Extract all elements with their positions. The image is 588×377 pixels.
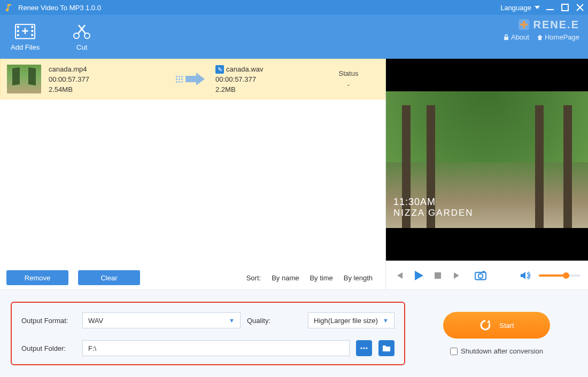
titlebar: Renee Video To MP3 1.0.0 Language [0, 0, 588, 15]
prev-button[interactable] [393, 270, 405, 281]
output-settings: Output Format: WAV ▼ Quality: High(Large… [0, 289, 588, 377]
next-button[interactable] [451, 270, 463, 281]
plus-logo-icon [517, 18, 530, 31]
volume-icon[interactable] [520, 270, 531, 281]
start-column: Start Shutdown after conversion [416, 302, 577, 365]
maximize-button[interactable] [561, 4, 569, 11]
svg-point-9 [74, 33, 79, 38]
snapshot-button[interactable] [475, 270, 486, 281]
file-list-pane: canada.mp4 00:00:57.377 2.54MB ✎canada.w… [0, 59, 386, 289]
svg-point-27 [363, 347, 365, 349]
home-icon [537, 34, 543, 41]
video-preview: 11:30AM NIZZA GARDEN [386, 59, 588, 261]
svg-rect-19 [181, 76, 183, 77]
svg-rect-13 [176, 76, 177, 77]
chevron-down-icon: ▼ [383, 317, 389, 324]
cut-label: Cut [76, 43, 87, 51]
language-label: Language [500, 4, 531, 12]
remove-button[interactable]: Remove [6, 270, 68, 285]
sort-by-time[interactable]: By time [310, 274, 332, 282]
shutdown-checkbox[interactable] [450, 348, 458, 355]
cut-button[interactable]: Cut [72, 23, 92, 51]
chevron-down-icon: ▼ [229, 317, 235, 324]
svg-rect-12 [504, 37, 508, 40]
status-column: Status - [319, 69, 378, 89]
quality-label: Quality: [247, 317, 301, 325]
svg-rect-6 [31, 26, 33, 28]
output-format-value: WAV [88, 317, 103, 325]
svg-rect-25 [482, 271, 485, 272]
window-controls [546, 4, 584, 11]
svg-rect-3 [17, 26, 19, 28]
svg-rect-20 [181, 78, 183, 80]
close-button[interactable] [576, 4, 584, 11]
brand-area: RENE.E About HomePage [503, 18, 579, 41]
add-files-label: Add Files [11, 43, 40, 51]
svg-rect-16 [179, 76, 180, 77]
player-controls [386, 261, 588, 289]
brand-logo: RENE.E [533, 19, 579, 31]
about-link[interactable]: About [503, 33, 529, 41]
start-button[interactable]: Start [443, 312, 550, 339]
svg-point-10 [84, 33, 90, 38]
arrow-icon [174, 71, 208, 87]
svg-rect-21 [181, 81, 183, 83]
source-duration: 00:00:57.377 [49, 74, 166, 84]
svg-point-28 [366, 347, 367, 349]
source-thumbnail [7, 65, 41, 93]
preview-overlay: 11:30AM NIZZA GARDEN [393, 197, 474, 218]
edit-icon[interactable]: ✎ [215, 65, 224, 74]
svg-rect-8 [31, 34, 33, 36]
shutdown-label: Shutdown after conversion [461, 347, 543, 355]
output-info: ✎canada.wav 00:00:57.377 2.2MB [215, 64, 312, 95]
filmstrip-icon [15, 23, 35, 40]
app-title: Renee Video To MP3 1.0.0 [18, 4, 500, 12]
volume-slider[interactable] [539, 274, 581, 277]
sort-by-name[interactable]: By name [272, 274, 299, 282]
lock-icon [503, 34, 509, 41]
quality-value: High(Larger file size) [314, 317, 378, 325]
add-files-button[interactable]: Add Files [11, 23, 40, 51]
source-size: 2.54MB [49, 84, 166, 95]
stop-button[interactable] [432, 270, 444, 281]
svg-rect-4 [17, 30, 19, 32]
browse-folder-button[interactable] [378, 340, 394, 356]
clear-button[interactable]: Clear [78, 270, 140, 285]
homepage-link[interactable]: HomePage [537, 33, 579, 41]
file-row[interactable]: canada.mp4 00:00:57.377 2.54MB ✎canada.w… [0, 59, 385, 99]
svg-rect-1 [562, 4, 568, 11]
source-filename: canada.mp4 [49, 64, 166, 74]
play-button[interactable] [413, 270, 424, 281]
svg-rect-14 [176, 78, 177, 80]
more-button[interactable] [356, 340, 372, 356]
sort-label: Sort: [246, 274, 261, 282]
status-header: Status [319, 69, 378, 77]
toolbar: Add Files Cut RENE.E About HomePage [0, 15, 588, 59]
output-highlight-box: Output Format: WAV ▼ Quality: High(Large… [11, 302, 405, 365]
status-value: - [319, 81, 378, 89]
preview-time: 11:30AM [393, 197, 474, 208]
svg-rect-17 [179, 78, 180, 80]
output-format-label: Output Format: [21, 317, 76, 325]
output-format-select[interactable]: WAV ▼ [82, 312, 241, 328]
sort-by-length[interactable]: By length [344, 274, 373, 282]
list-actions: Remove Clear Sort: By name By time By le… [0, 266, 385, 289]
sort-controls: Sort: By name By time By length [246, 274, 379, 282]
output-filename: canada.wav [226, 65, 263, 73]
shutdown-checkbox-row[interactable]: Shutdown after conversion [450, 347, 543, 355]
start-label: Start [499, 321, 514, 329]
svg-point-24 [478, 273, 483, 278]
output-duration: 00:00:57.377 [215, 74, 312, 84]
preview-frame: 11:30AM NIZZA GARDEN [386, 91, 588, 228]
minimize-button[interactable] [546, 4, 554, 11]
quality-select[interactable]: High(Larger file size) ▼ [308, 312, 394, 328]
preview-pane: 11:30AM NIZZA GARDEN [386, 59, 588, 289]
scissors-icon [72, 23, 92, 40]
output-folder-input[interactable]: F:\ [82, 340, 350, 356]
output-size: 2.2MB [215, 84, 312, 95]
svg-rect-15 [176, 81, 177, 83]
svg-point-26 [360, 347, 362, 349]
source-info: canada.mp4 00:00:57.377 2.54MB [49, 64, 166, 95]
language-menu[interactable]: Language [500, 4, 540, 12]
svg-rect-22 [435, 272, 441, 279]
